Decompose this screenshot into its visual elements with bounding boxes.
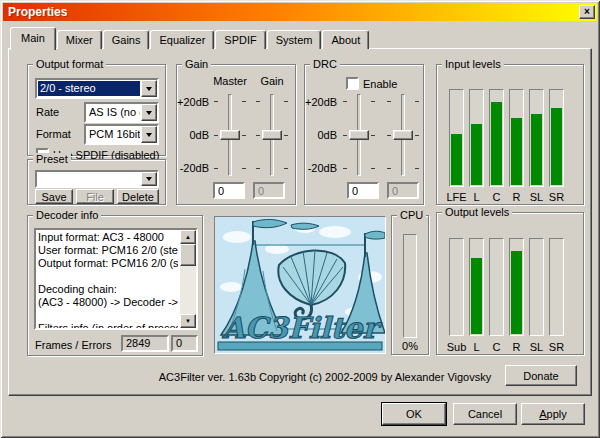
output-format-group: Output format 2/0 - stereo Rate AS IS (n… [27,64,166,156]
channel-label: C [486,191,507,203]
decoder-info-lines: Input format: AC3 - 48000 User format: P… [38,231,178,330]
decoder-info-line: (AC3 - 48000) -> Decoder -> (Line [38,296,178,309]
drc-title: DRC [310,58,340,71]
level-meter-l [469,89,484,187]
master-gain-slider-thumb[interactable] [220,130,240,140]
decoder-info-line: Decoding chain: [38,283,178,296]
chevron-down-icon [146,133,152,137]
preset-file-button: File [76,189,114,204]
preset-combobox[interactable] [35,170,159,188]
frames-count: 2849 [121,335,169,352]
cancel-button[interactable]: Cancel [453,403,517,425]
channel-label: L [466,341,487,353]
decoder-info-scrollbar[interactable]: ▲ ▼ [180,230,196,328]
level-meter-sl [529,238,544,336]
tab-mixer[interactable]: Mixer [57,30,102,49]
level-meter-lfe [449,89,464,187]
drc-level-input [387,182,419,199]
rate-label: Rate [36,106,59,118]
input-levels-group: Input levels LFE L C R SL SR [436,64,584,205]
slider-ticks [242,101,246,169]
level-meter-r [509,238,524,336]
tab-main[interactable]: Main [10,27,56,50]
decoder-info-line: Input format: AC3 - 48000 [38,231,178,244]
close-button[interactable]: × [579,5,595,19]
scale-minus20-label: -20dB [305,162,337,174]
scrollbar-thumb[interactable] [180,244,196,266]
preset-delete-button[interactable]: Delete [117,189,159,204]
gain-input [253,182,285,199]
decoder-info-line: Filters info (in order of processing): [38,322,178,330]
output-levels-group: Output levels Sub L C R SL SR [436,212,584,355]
ok-button[interactable]: OK [382,403,446,425]
channel-label: L [466,191,487,203]
tab-system[interactable]: System [267,30,322,49]
preset-title: Preset [33,153,71,166]
rate-value: AS IS (no ch [87,105,140,120]
format-combobox[interactable]: PCM 16bit [84,124,159,145]
level-meter-l [469,238,484,336]
title-bar[interactable]: Properties × [3,3,597,21]
gain-slider-thumb[interactable] [262,130,282,140]
frames-errors-label: Frames / Errors [35,339,111,351]
drc-enable-label: Enable [363,78,397,90]
decoder-info-line: User format: PCM16 2/0 (stereo) 0 [38,244,178,257]
decoder-info-group: Decoder info Input format: AC3 - 48000 U… [27,215,203,356]
output-levels-title: Output levels [442,206,512,219]
scroll-up-icon[interactable]: ▲ [180,230,196,244]
level-meter-r [509,89,524,187]
channel-label: LFE [446,191,467,203]
drc-enable-checkbox[interactable] [346,77,359,90]
level-meter-sr [549,89,564,187]
master-gain-input[interactable] [213,182,245,199]
properties-dialog: Properties × Main Mixer Gains Equalizer … [0,0,600,438]
decoder-info-line [38,309,178,322]
dropdown-button[interactable] [141,126,157,143]
tab-equalizer[interactable]: Equalizer [150,30,214,49]
slider-ticks [371,101,375,169]
apply-button[interactable]: Apply [521,403,585,425]
channel-label: R [506,191,527,203]
level-meter-sl [529,89,544,187]
gain-group: Gain Master Gain +20dB 0dB -20dB [176,64,296,205]
dropdown-button[interactable] [141,172,157,186]
slider-ticks [415,101,419,169]
chevron-down-icon [146,177,152,181]
drc-power-input[interactable] [347,182,379,199]
gain-column-label: Gain [253,75,291,87]
channel-label: C [486,341,507,353]
donate-button[interactable]: Donate [505,365,577,386]
drc-power-slider-thumb[interactable] [349,130,369,140]
drc-level-slider-thumb[interactable] [393,130,413,140]
drc-group: DRC Enable +20dB 0dB -20dB [304,64,424,205]
level-meter-c [489,238,504,336]
dropdown-button[interactable] [141,104,157,121]
channel-label: Sub [446,341,467,353]
ac3filter-logo-art: AC3Filter [215,217,385,353]
channel-label: SR [546,341,567,353]
scroll-down-icon[interactable]: ▼ [180,314,196,328]
logo-text: AC3Filter [221,311,382,345]
tab-spdif[interactable]: SPDIF [215,30,265,49]
tab-about[interactable]: About [322,30,369,49]
tab-strip: Main Mixer Gains Equalizer SPDIF System … [10,26,370,49]
scale-plus20-label: +20dB [305,96,337,108]
decoder-info-textbox: Input format: AC3 - 48000 User format: P… [34,228,198,330]
dropdown-button[interactable] [141,80,157,97]
slider-ticks [256,101,260,169]
errors-count: 0 [171,335,198,352]
slider-ticks [387,101,391,169]
gain-title: Gain [182,58,211,71]
level-meter-c [489,89,504,187]
window-title: Properties [3,5,67,19]
slider-ticks [343,101,347,169]
scale-plus20-label: +20dB [177,96,209,108]
channel-label: SR [546,191,567,203]
preset-save-button[interactable]: Save [35,189,73,204]
decoder-info-line [38,270,178,283]
rate-combobox[interactable]: AS IS (no ch [84,102,159,123]
channel-label: R [506,341,527,353]
cpu-group: CPU 0% [391,215,429,355]
tab-gains[interactable]: Gains [103,30,150,49]
speaker-config-combobox[interactable]: 2/0 - stereo [35,78,159,99]
